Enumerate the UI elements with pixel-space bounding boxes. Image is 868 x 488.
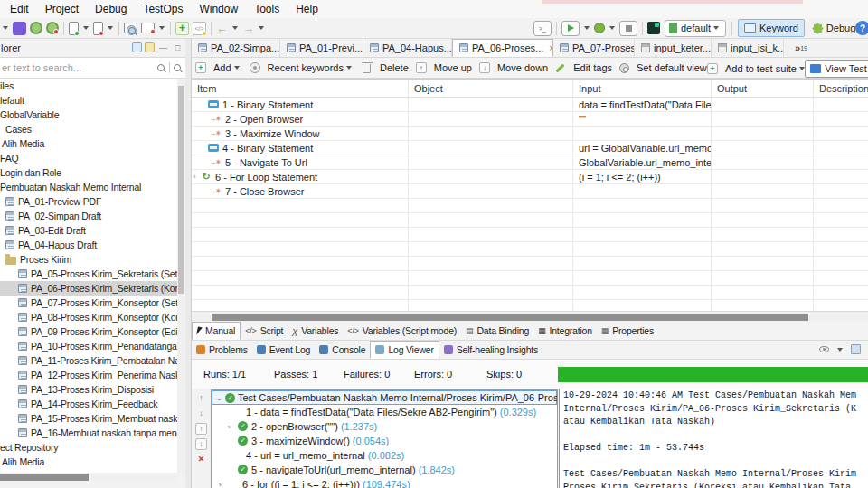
view-tab-manual[interactable]: Manual — [192, 322, 241, 340]
toolbar-overflow-caret[interactable] — [3, 26, 8, 30]
tree-item-pembuatan-naskah-memo-internal[interactable]: Pembuatan Naskah Memo Internal — [0, 180, 177, 194]
forward-caret[interactable] — [259, 26, 264, 30]
record-web-alt-icon[interactable] — [46, 22, 59, 34]
tree-item-globalvariable[interactable]: GlobalVariable — [0, 108, 177, 122]
log-entry[interactable]: ›6 - for ((i = 1; i <= 2; (i++))) (109.4… — [212, 477, 557, 488]
add-to-test-suite-caret[interactable] — [799, 67, 805, 70]
next-failure-icon[interactable]: ↓ — [195, 438, 207, 450]
tree-item-ect-repository[interactable]: ect Repository — [0, 440, 177, 455]
new-test-object-icon[interactable]: + — [175, 22, 189, 35]
back-icon[interactable]: ← — [216, 22, 228, 35]
column-header-output[interactable]: Output — [712, 80, 814, 97]
action-edit-tags[interactable]: Edit tags — [555, 62, 612, 73]
expander-icon[interactable]: › — [193, 173, 201, 181]
tree-item-lefault[interactable]: lefault — [0, 93, 177, 108]
action-move-down[interactable]: ↓Move down — [479, 62, 548, 73]
chevron-expanded-icon[interactable]: ⌄ — [216, 394, 222, 402]
tab-input-isi-k[interactable]: input_isi_k... — [712, 39, 784, 57]
chevron-collapsed-icon[interactable]: › — [219, 481, 222, 488]
advanced-search-icon[interactable] — [173, 63, 183, 73]
input-cell[interactable] — [573, 127, 712, 140]
tree-item-pa-15-proses-kirim-membuat-naskah[interactable]: PA_15-Proses Kirim_Membuat naskah — [0, 411, 177, 426]
menu-tools[interactable]: Tools — [246, 3, 288, 15]
explorer-search[interactable]: er text to search... — [0, 58, 185, 79]
menu-debug[interactable]: Debug — [87, 3, 135, 15]
run-caret[interactable] — [584, 26, 590, 30]
menu-edit[interactable]: Edit — [2, 3, 37, 15]
tab-pa-06-proses[interactable]: PA_06-Proses...× — [452, 39, 553, 57]
view-tab-variables-script-mode[interactable]: </>Variables (Script mode) — [343, 322, 461, 340]
record-mobile-caret[interactable] — [108, 26, 113, 30]
tree-item-pa-05-proses-kirim-sekretaris-setuju[interactable]: PA_05-Proses Kirim_Sekretaris (Setuju — [0, 267, 177, 281]
tree-vertical-scrollbar[interactable] — [177, 79, 185, 473]
view-test-run-button[interactable]: View Test Ru — [805, 60, 868, 78]
minimize-icon[interactable]: — — [157, 42, 169, 53]
column-header-description[interactable]: Description — [814, 80, 868, 97]
column-header-object[interactable]: Object — [409, 80, 573, 97]
restore-icon[interactable] — [851, 344, 861, 354]
previous-failure-icon[interactable]: ↑ — [195, 423, 207, 435]
tree-item-pa-11-proses-kirim-pembatalan-nask[interactable]: PA_11-Proses Kirim_Pembatalan Nask — [0, 353, 177, 368]
tree-item-proses-kirim[interactable]: Proses Kirim — [0, 252, 177, 267]
action-move-up[interactable]: ↑Move up — [416, 62, 472, 73]
test-step-row[interactable]: ›↻6 - For Loop Statement(i = 1; i <= 2; … — [192, 170, 868, 184]
log-entry[interactable]: ✓5 - navigateToUrl(url_memo_internal) (1… — [212, 463, 557, 477]
column-header-item[interactable]: Item — [192, 80, 409, 97]
tree-item-pa-13-proses-kirim-disposisi[interactable]: PA_13-Proses Kirim_Disposisi — [0, 382, 177, 397]
tree-item-pa-12-proses-kirim-penerima-naskah[interactable]: PA_12-Proses Kirim_Penerima Naskah — [0, 368, 177, 382]
view-tab-script[interactable]: </>Script — [241, 322, 288, 340]
view-menu-icon[interactable] — [819, 346, 829, 352]
view-tab-integration[interactable]: ▦Integration — [533, 322, 597, 340]
custom-keyword-icon[interactable]: </> — [193, 22, 206, 35]
back-caret[interactable] — [232, 26, 238, 30]
panel-tab-log-viewer[interactable]: Log Viewer — [370, 341, 439, 359]
link-with-editor-icon[interactable] — [132, 42, 142, 52]
tab-overflow-indicator[interactable]: »19 — [795, 39, 807, 57]
debug-run-caret[interactable] — [609, 26, 615, 30]
keyword-button[interactable]: Keyword — [738, 19, 805, 37]
pane-divider[interactable] — [185, 39, 192, 488]
input-cell[interactable]: "" — [573, 112, 712, 126]
log-entry[interactable]: ›✓2 - openBrowser("") (1.237s) — [212, 419, 557, 434]
stop-icon[interactable] — [619, 21, 637, 36]
tree-item-alih-media[interactable]: Alih Media — [0, 136, 177, 151]
tree-item-pa-09-proses-kirim-konseptor-edit-n[interactable]: PA_09-Proses Kirim_Konseptor (Edit N — [0, 324, 177, 339]
tree-item-login-dan-role[interactable]: Login dan Role — [0, 165, 177, 180]
menu-window[interactable]: Window — [191, 3, 246, 15]
tab-input-keter[interactable]: input_keter... — [635, 39, 712, 57]
view-tab-properties[interactable]: ▦Properties — [597, 322, 658, 340]
input-cell[interactable]: (i = 1; i <= 2; (i++)) — [573, 170, 712, 183]
tree-item-pa-02-simpan-draft[interactable]: PA_02-Simpan Draft — [0, 209, 177, 223]
action-add[interactable]: +Add — [195, 62, 242, 73]
forward-icon[interactable]: → — [242, 22, 254, 35]
panel-tab-problems[interactable]: Problems — [192, 341, 252, 359]
action-add-to-test-suite[interactable]: +Add to test suite — [707, 63, 807, 74]
tree-item-pa-16-membuat-naskah-tanpa-mengi[interactable]: PA_16-Membuat naskah tanpa mengi — [0, 426, 177, 440]
spy-windows-icon[interactable] — [124, 23, 137, 33]
test-step-row[interactable]: →✳2 - Open Browser"" — [192, 112, 868, 127]
input-cell[interactable]: data = findTestData("Data Files/S — [573, 98, 712, 111]
recent-keywords-caret[interactable] — [346, 66, 352, 70]
search-icon[interactable] — [156, 63, 166, 73]
run-icon[interactable] — [561, 21, 580, 36]
customize-view-icon[interactable] — [145, 42, 155, 52]
action-set-default-view[interactable]: Set default view — [619, 62, 707, 73]
test-step-row[interactable]: 4 - Binary Statementurl = GlobalVariable… — [192, 141, 868, 155]
clear-log-icon[interactable]: ✕ — [195, 454, 207, 465]
debug-button[interactable]: Debug — [811, 23, 855, 33]
test-step-row[interactable]: →✳5 - Navigate To UrlGlobalVariable.url_… — [192, 155, 868, 170]
menu-help[interactable]: Help — [288, 3, 326, 15]
spy-mobile-caret[interactable] — [83, 26, 89, 30]
record-windows-icon[interactable] — [141, 23, 155, 33]
tree-item-pa-08-proses-kirim-konseptor-korek[interactable]: PA_08-Proses Kirim_Konseptor (Korek — [0, 310, 177, 324]
log-entry[interactable]: 1 - data = findTestData("Data Files/Sekr… — [212, 405, 557, 419]
katalon-recorder-icon[interactable] — [647, 22, 660, 34]
input-cell[interactable]: url = GlobalVariable.url_memo_in — [573, 141, 712, 155]
tree-item-pa-10-proses-kirim-penandatanganan[interactable]: PA_10-Proses Kirim_Penandatanganan — [0, 339, 177, 353]
tree-item-iles[interactable]: iles — [0, 79, 177, 93]
tree-item-pa-04-hapus-draft[interactable]: PA_04-Hapus Draft — [0, 238, 177, 252]
test-step-row[interactable]: →✳3 - Maximize Window — [192, 127, 868, 141]
tree-horizontal-scrollbar[interactable] — [0, 473, 177, 482]
record-mobile-icon[interactable] — [93, 22, 103, 35]
panel-tab-console[interactable]: Console — [315, 341, 370, 359]
